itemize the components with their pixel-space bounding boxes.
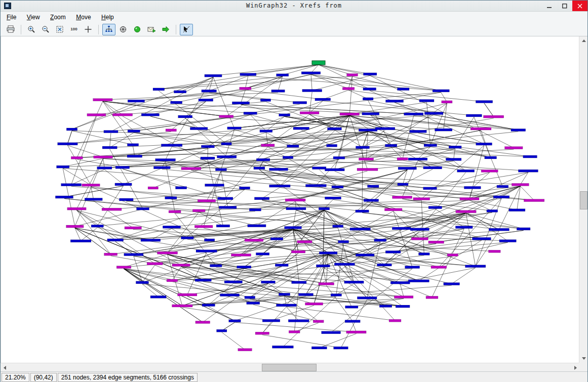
graph-node[interactable] <box>112 113 132 116</box>
graph-node[interactable] <box>261 281 276 283</box>
graph-node[interactable] <box>333 225 343 228</box>
graph-node[interactable] <box>260 99 270 101</box>
graph-node[interactable] <box>305 303 323 305</box>
graph-node[interactable] <box>287 145 299 147</box>
graph-node[interactable] <box>396 305 410 308</box>
graph-node[interactable] <box>493 196 509 198</box>
graph-node[interactable] <box>115 183 132 186</box>
graph-node[interactable] <box>397 158 408 160</box>
tree-layout-button[interactable] <box>102 24 115 35</box>
graph-node[interactable] <box>524 199 544 202</box>
graph-node[interactable] <box>141 113 159 116</box>
graph-node[interactable] <box>473 237 491 240</box>
graph-node[interactable] <box>487 209 498 212</box>
graph-node[interactable] <box>221 143 231 145</box>
graph-node[interactable] <box>428 206 442 209</box>
graph-node[interactable] <box>511 129 526 132</box>
graph-node[interactable] <box>127 144 138 146</box>
forward-arrow-button[interactable] <box>159 24 172 35</box>
graph-node[interactable] <box>390 281 410 284</box>
graph-node[interactable] <box>141 239 161 241</box>
graph-node[interactable] <box>357 168 378 171</box>
graph-node[interactable] <box>302 90 322 92</box>
graph-node[interactable] <box>202 304 215 307</box>
graph-node[interactable] <box>279 114 290 116</box>
graph-node[interactable] <box>359 129 377 132</box>
graph-node[interactable] <box>345 306 358 308</box>
graph-node[interactable] <box>315 98 331 101</box>
graph-node[interactable] <box>66 225 84 228</box>
graph-node[interactable] <box>148 187 158 189</box>
graph-node[interactable] <box>392 227 411 230</box>
graph-node[interactable] <box>272 346 294 348</box>
graph-node[interactable] <box>384 208 402 211</box>
graph-node[interactable] <box>165 197 177 199</box>
graph-node[interactable] <box>342 88 355 90</box>
graph-node[interactable] <box>167 279 178 282</box>
graph-node[interactable] <box>231 254 251 257</box>
graph-node[interactable] <box>270 238 283 240</box>
graph-node[interactable] <box>322 331 341 334</box>
graph-node[interactable] <box>327 144 337 147</box>
graph-node[interactable] <box>455 226 473 229</box>
graph-node[interactable] <box>174 91 186 93</box>
graph-node[interactable] <box>192 209 205 212</box>
graph-node[interactable] <box>509 209 525 211</box>
graph-node[interactable] <box>240 73 256 76</box>
edge-select-tool-button[interactable] <box>180 24 193 35</box>
menu-help[interactable]: Help <box>97 12 118 22</box>
graph-node[interactable] <box>344 281 364 283</box>
graph-node[interactable] <box>362 112 379 115</box>
graph-node[interactable] <box>128 100 144 102</box>
graph-node[interactable] <box>67 207 86 210</box>
graph-node[interactable] <box>301 72 321 74</box>
graph-node[interactable] <box>127 155 142 157</box>
menu-move[interactable]: Move <box>72 12 95 22</box>
graph-node[interactable] <box>150 295 166 298</box>
graph-node[interactable] <box>248 225 266 227</box>
graph-node[interactable] <box>345 320 360 323</box>
graph-node[interactable] <box>313 320 324 323</box>
graph-node[interactable] <box>319 207 329 210</box>
graph-node[interactable] <box>377 264 392 266</box>
graph-node[interactable] <box>219 206 237 208</box>
graph-node[interactable] <box>325 168 345 171</box>
menu-view[interactable]: View <box>23 12 44 22</box>
graph-node[interactable] <box>285 199 305 201</box>
graph-node[interactable] <box>178 293 197 296</box>
graph-node[interactable] <box>190 128 208 130</box>
graph-node[interactable] <box>319 282 334 285</box>
graph-node[interactable] <box>389 319 401 322</box>
graph-node[interactable] <box>198 199 215 202</box>
graph-node[interactable] <box>240 187 250 189</box>
graph-node[interactable] <box>254 197 269 200</box>
graph-node[interactable] <box>147 263 163 265</box>
graph-node[interactable] <box>102 208 122 210</box>
graph-node[interactable] <box>424 144 437 147</box>
graph-node[interactable] <box>374 239 386 241</box>
graph-node[interactable] <box>375 128 395 130</box>
menu-zoom[interactable]: Zoom <box>46 12 70 22</box>
graph-node[interactable] <box>411 237 428 240</box>
graph-node[interactable] <box>423 187 437 190</box>
graph-node[interactable] <box>277 304 297 307</box>
graph-node[interactable] <box>136 281 148 284</box>
graph-node[interactable] <box>158 251 178 254</box>
graph-node[interactable] <box>195 321 210 323</box>
graph-node[interactable] <box>210 265 222 267</box>
graph-node[interactable] <box>116 266 131 269</box>
graph-node[interactable] <box>424 112 443 115</box>
graph-node[interactable] <box>356 146 370 149</box>
graph-node[interactable] <box>199 99 213 101</box>
graph-node[interactable] <box>155 159 176 161</box>
graph-node[interactable] <box>334 347 348 349</box>
graph-node[interactable] <box>229 320 241 322</box>
graph-node[interactable] <box>85 198 102 200</box>
graph-node[interactable] <box>331 294 341 296</box>
graph-node[interactable] <box>394 296 413 299</box>
graph-node[interactable] <box>205 74 222 77</box>
graph-node[interactable] <box>219 115 233 118</box>
minimize-button[interactable] <box>542 1 557 11</box>
graph-node[interactable] <box>71 156 83 159</box>
graph-node[interactable] <box>202 90 217 92</box>
